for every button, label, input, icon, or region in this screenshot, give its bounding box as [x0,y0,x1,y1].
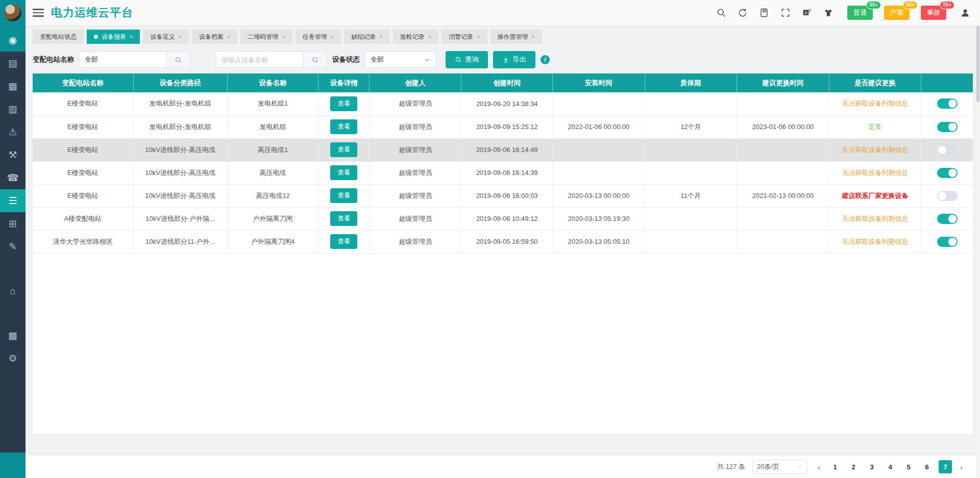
page-title: 电力运维云平台 [51,5,133,20]
page-size-select[interactable]: 20条/页 [752,460,807,474]
view-detail-button[interactable]: 查看 [330,119,357,134]
cell-toggle [921,138,973,161]
sidebar-item-maintenance-icon[interactable]: ⚒ [0,143,26,166]
translate-icon[interactable]: A文 [801,7,813,18]
view-detail-button[interactable]: 查看 [330,188,357,203]
column-header-质保期: 质保期 [645,73,737,92]
device-search-button[interactable] [303,52,327,67]
view-detail-button[interactable]: 查看 [330,211,357,226]
bookmark-icon[interactable] [758,7,770,18]
accident-alarm-button[interactable]: 事故99+ [921,6,946,20]
enable-toggle[interactable] [937,145,958,155]
table-row[interactable]: E楼变电站10kV进线部分-高压电缆高压电缆12查看超级管理员2019-09-0… [33,184,973,207]
sidebar-item-devices-icon[interactable]: ▩ [0,324,26,347]
device-name-input[interactable] [216,52,303,67]
sidebar-item-archive-icon[interactable]: ▥ [0,97,26,120]
user-avatar[interactable] [4,4,21,21]
view-detail-button[interactable]: 查看 [330,96,357,111]
sidebar-item-qrcode-icon[interactable]: ⊞ [0,212,26,235]
tab-设备报表[interactable]: 设备报表× [87,30,140,44]
station-filter-input[interactable] [80,52,166,67]
status-select-value: 全部 [371,55,384,64]
tab-close-icon[interactable]: × [532,34,535,40]
tab-操作票管理[interactable]: 操作票管理× [491,30,542,44]
refresh-icon[interactable] [737,7,748,18]
tab-close-icon[interactable]: × [477,34,480,40]
chevron-down-icon [423,56,431,64]
tab-巡检记录[interactable]: 巡检记录× [393,30,438,44]
fullscreen-icon[interactable] [780,7,791,18]
page-number-4[interactable]: 4 [884,460,897,473]
sidebar-item-service-icon[interactable]: ☎ [0,166,26,189]
info-icon[interactable]: i [541,55,550,64]
page-number-3[interactable]: 3 [865,460,878,473]
enable-toggle[interactable] [937,98,958,109]
cell-device-name: 户外隔离刀闸4 [227,230,318,253]
prev-page-button[interactable]: ‹ [815,463,823,471]
tab-变配电站状态[interactable]: 变配电站状态 [33,30,84,44]
sidebar-item-monitor-icon[interactable]: ▤ [0,52,26,74]
tab-close-icon[interactable]: × [428,34,431,40]
status-text: 正常 [868,123,881,131]
tab-设备档案[interactable]: 设备档案× [192,30,237,44]
sidebar-item-alarm-icon[interactable]: ⚠ [0,120,26,143]
scrollbar-thumb[interactable] [976,26,979,102]
window-scrollbar[interactable] [976,26,980,478]
tab-close-icon[interactable]: × [331,34,334,40]
next-page-button[interactable]: › [957,463,966,471]
user-icon[interactable] [960,7,971,18]
theme-icon[interactable] [823,7,834,18]
toggle-knob [948,215,957,223]
sidebar-item-dashboard-icon[interactable]: ◉ [0,29,26,52]
sidebar-item-tools-icon[interactable]: ⚙ [0,347,26,370]
tab-消警记录[interactable]: 消警记录× [442,30,487,44]
tab-label: 设备定义 [150,33,175,41]
cell-toggle [921,207,973,230]
tab-任务管理[interactable]: 任务管理× [296,30,341,44]
tab-close-icon[interactable]: × [130,34,133,40]
page-number-5[interactable]: 5 [902,460,915,473]
severe-alarm-button[interactable]: 严重99+ [884,6,910,20]
enable-toggle[interactable] [937,191,958,201]
page-number-1[interactable]: 1 [828,460,842,473]
table-row[interactable]: A楼变配电站10kV进线部分-户外隔...户外隔离刀闸查看超级管理员2019-0… [33,207,973,230]
table-row[interactable]: E楼变电站发电机部分-发电机组发电机组1查看超级管理员2019-09-20 14… [33,92,973,115]
top-bar: 电力运维云平台 A文 普 [26,0,980,26]
sidebar-item-report-icon[interactable]: ☰ [0,189,26,212]
status-text: 无法获取设备到期信息 [842,169,908,177]
sidebar-item-statistics-icon[interactable]: ▦ [0,74,26,97]
export-button-label: 导出 [512,55,526,64]
column-header-安装时间: 安装时间 [553,73,645,92]
table-row[interactable]: 清华大学光华路校区10kV进线部分11-户外...户外隔离刀闸4查看超级管理员2… [33,230,973,253]
tab-缺陷记录[interactable]: 缺陷记录× [344,30,389,44]
page-number-7[interactable]: 7 [939,460,952,473]
table-row[interactable]: E楼变电站发电机部分-发电机组发电机组查看超级管理员2019-09-09 15:… [33,115,973,138]
view-detail-button[interactable]: 查看 [330,165,357,180]
tab-close-icon[interactable]: × [282,34,285,40]
search-icon[interactable] [716,7,727,18]
export-button[interactable]: 导出 [493,51,535,68]
tab-设备定义[interactable]: 设备定义× [143,30,188,44]
page-number-6[interactable]: 6 [920,460,934,473]
view-detail-button[interactable]: 查看 [330,142,357,157]
sidebar-item-home-icon[interactable]: ⌂ [0,280,26,303]
enable-toggle[interactable] [937,168,958,178]
tab-二维码管理[interactable]: 二维码管理× [240,30,292,44]
enable-toggle[interactable] [937,214,958,224]
menu-toggle-icon[interactable] [33,7,44,19]
enable-toggle[interactable] [937,237,958,247]
table-row[interactable]: E楼变电站10kV进线部分-高压电缆高压电缆1查看超级管理员2019-09-06… [33,138,973,161]
sidebar-item-workorder-icon[interactable]: ✎ [0,235,26,258]
tab-close-icon[interactable]: × [227,34,230,40]
query-button[interactable]: 查询 [446,51,488,68]
enable-toggle[interactable] [937,122,958,132]
tab-close-icon[interactable]: × [379,34,382,40]
page-number-2[interactable]: 2 [847,460,860,473]
tab-close-icon[interactable]: × [178,34,181,40]
view-detail-button[interactable]: 查看 [330,234,357,249]
status-select[interactable]: 全部 [365,52,436,68]
normal-alarm-button[interactable]: 普通99+ [847,6,873,20]
cell-install-time: 2020-03-13 05:05:10 [553,230,645,253]
station-search-button[interactable] [166,52,190,67]
table-row[interactable]: E楼变电站10kV进线部分-高压电缆高压电缆查看超级管理员2019-09-06 … [33,161,973,184]
